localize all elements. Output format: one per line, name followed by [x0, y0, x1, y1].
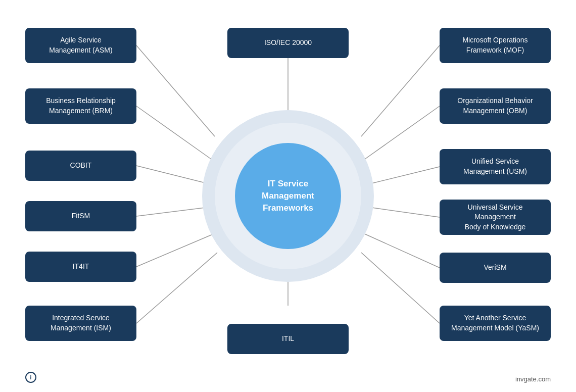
svg-line-6 [136, 232, 217, 267]
svg-line-13 [361, 253, 440, 323]
node-asm: Agile ServiceManagement (ASM) [25, 28, 136, 63]
svg-line-8 [361, 45, 440, 136]
node-fitsm: FitSM [25, 201, 136, 231]
svg-line-10 [361, 167, 440, 186]
svg-line-9 [361, 106, 440, 162]
diagram-container: IT Service Management Frameworks ISO/IEC… [0, 0, 576, 392]
svg-line-7 [136, 253, 217, 323]
footer-logo: i [25, 372, 36, 383]
node-ism: Integrated ServiceManagement (ISM) [25, 306, 136, 341]
node-obm: Organizational BehaviorManagement (OBM) [440, 88, 551, 124]
node-yasm: Yet Another ServiceManagement Model (YaS… [440, 306, 551, 341]
node-iso-iec: ISO/IEC 20000 [227, 28, 349, 58]
footer-url: invgate.com [515, 375, 551, 383]
node-verism: VeriSM [440, 253, 551, 283]
svg-line-12 [361, 232, 440, 268]
svg-line-3 [136, 106, 215, 162]
svg-line-2 [136, 45, 215, 136]
node-cobit: COBIT [25, 151, 136, 181]
node-usm: Unified ServiceManagement (USM) [440, 149, 551, 184]
center-label: IT Service Management Frameworks [235, 143, 341, 249]
node-brm: Business RelationshipManagement (BRM) [25, 88, 136, 124]
brand-icon: i [25, 372, 36, 383]
node-it4it: IT4IT [25, 252, 136, 282]
node-itil: ITIL [227, 324, 349, 354]
node-mof: Microsoft OperationsFramework (MOF) [440, 28, 551, 63]
node-usmbok: Universal Service ManagementBody of Know… [440, 200, 551, 235]
